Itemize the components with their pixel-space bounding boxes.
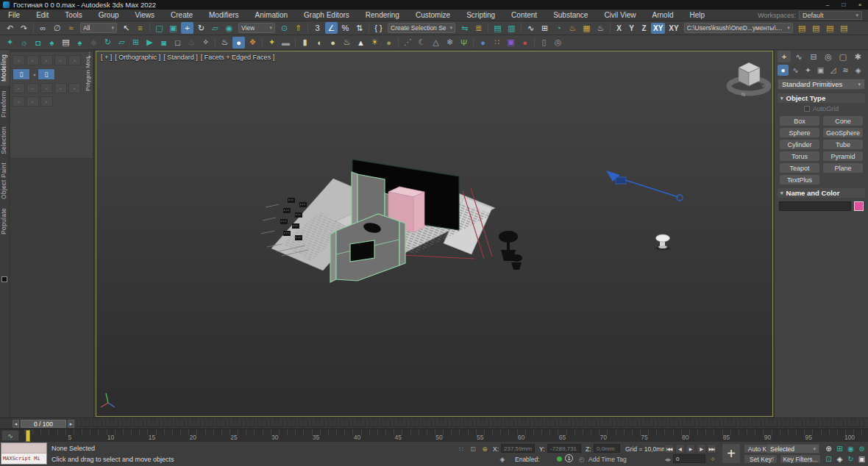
menu-tools[interactable]: Tools bbox=[57, 10, 90, 21]
tree-icon[interactable]: ♠ bbox=[74, 37, 86, 49]
undo-icon[interactable]: ↶ bbox=[4, 22, 16, 34]
select-and-rotate-icon[interactable]: ↻ bbox=[195, 22, 207, 34]
mountain-icon[interactable]: △ bbox=[430, 37, 442, 49]
ribbon-toggle-button[interactable]: ▯ bbox=[38, 68, 55, 80]
percent-snap-toggle-icon[interactable]: % bbox=[339, 22, 352, 34]
redo-icon[interactable]: ↷ bbox=[18, 22, 30, 34]
render-setup-icon[interactable]: ♨ bbox=[566, 22, 579, 34]
y-coordinate-field[interactable]: -7289,731 bbox=[547, 444, 581, 453]
object-name-field[interactable] bbox=[779, 201, 851, 211]
scene-explorer-save-icon[interactable]: ▤ bbox=[824, 22, 836, 34]
maxscript-script-row[interactable]: MAXScript Mi bbox=[1, 454, 46, 464]
bulb-icon[interactable]: ✧ bbox=[199, 37, 212, 49]
page-icon[interactable]: ▱ bbox=[115, 37, 128, 49]
axis-xy-flyout-button[interactable]: XY bbox=[666, 23, 680, 34]
pan-icon[interactable]: ◈ bbox=[835, 454, 844, 464]
teapot-white-icon[interactable]: ♨ bbox=[218, 37, 231, 49]
teapot-wire-icon[interactable]: ♨ bbox=[185, 37, 198, 49]
cone-primitive-icon[interactable]: ▲ bbox=[355, 37, 367, 49]
panel-tab-create[interactable]: + bbox=[778, 51, 791, 62]
edit-named-selection-sets-icon[interactable]: { } bbox=[372, 22, 385, 34]
animation-layers-icon[interactable]: ◈ bbox=[497, 454, 508, 464]
select-object-icon[interactable]: ↖ bbox=[120, 22, 132, 34]
ribbon-marker-icon[interactable] bbox=[1, 276, 7, 282]
menu-arnold[interactable]: Arnold bbox=[644, 10, 682, 21]
spinner-snap-toggle-icon[interactable]: ⇅ bbox=[353, 22, 366, 34]
menu-scripting[interactable]: Scripting bbox=[458, 10, 503, 21]
menu-file[interactable]: File bbox=[0, 10, 28, 21]
named-selection-sets-dropdown[interactable]: Create Selection Se▾ bbox=[388, 23, 455, 33]
ribbon-tab-freeform[interactable]: Freeform bbox=[0, 86, 10, 122]
ribbon-tab-modeling[interactable]: Modeling bbox=[0, 50, 10, 86]
viewport-menu-style[interactable]: [ Standard ] bbox=[163, 54, 198, 61]
zoom-extents-icon[interactable]: ◉ bbox=[846, 444, 855, 454]
textplus-button[interactable]: TextPlus bbox=[780, 175, 819, 184]
category-space-warps[interactable]: ≋ bbox=[840, 65, 851, 76]
absolute-mode-icon[interactable]: ⊕ bbox=[480, 444, 490, 454]
schematic-view-icon[interactable]: ⊞ bbox=[538, 22, 551, 34]
menu-modifiers[interactable]: Modifiers bbox=[201, 10, 247, 21]
next-frame-arrow[interactable]: ► bbox=[68, 420, 74, 428]
panel-tab-utilities[interactable]: ✱ bbox=[851, 51, 864, 62]
menu-edit[interactable]: Edit bbox=[28, 10, 57, 21]
previous-frame-arrow[interactable]: ◄ bbox=[13, 420, 19, 428]
menu-rendering[interactable]: Rendering bbox=[357, 10, 408, 21]
turnaround-icon[interactable]: ↻ bbox=[102, 37, 114, 49]
arnold-sphere-icon[interactable]: ● bbox=[232, 37, 245, 49]
clock-icon[interactable]: ◴ bbox=[577, 454, 587, 464]
viewport-menu-shading[interactable]: [ Facets + Edged Faces ] bbox=[201, 54, 274, 61]
trees-icon[interactable]: ♠ bbox=[46, 37, 58, 49]
cone-button[interactable]: Cone bbox=[823, 116, 863, 126]
viewport-menu-pov[interactable]: [ Orthographic ] bbox=[115, 54, 160, 61]
next-frame-button[interactable]: |▶ bbox=[697, 444, 706, 454]
spinner-left-icon[interactable]: ◂▸ bbox=[664, 454, 672, 464]
menu-help[interactable]: Help bbox=[681, 10, 713, 21]
x-coordinate-field[interactable]: 237,59mm bbox=[501, 444, 535, 453]
object-color-swatch[interactable] bbox=[854, 201, 864, 211]
olive-sphere-icon[interactable]: ● bbox=[383, 37, 395, 49]
torus-button[interactable]: Torus bbox=[780, 151, 819, 161]
film-camera-icon[interactable]: ◙ bbox=[157, 37, 170, 49]
bind-to-space-warp-icon[interactable]: ≈ bbox=[65, 22, 77, 34]
previous-frame-button[interactable]: ◀| bbox=[675, 444, 685, 454]
rendered-frame-window-icon[interactable]: ▦ bbox=[580, 22, 593, 34]
play-box-icon[interactable]: ▶ bbox=[143, 37, 156, 49]
time-slider[interactable]: 0 / 100 bbox=[21, 420, 66, 428]
z-coordinate-field[interactable]: 0,0mm bbox=[594, 444, 620, 453]
unlink-selection-icon[interactable]: ∅ bbox=[51, 22, 63, 34]
menu-views[interactable]: Views bbox=[127, 10, 163, 21]
track-bar[interactable]: ∿ 51015202530354045505560657075808590951… bbox=[0, 429, 868, 442]
category-systems[interactable]: ◈ bbox=[853, 65, 864, 76]
menu-animation[interactable]: Animation bbox=[247, 10, 296, 21]
align-icon[interactable]: ≣ bbox=[472, 22, 485, 34]
viewport[interactable]: N W [ + ] [ Orthographic ] [ Standard ] … bbox=[96, 51, 773, 417]
scene-explorer-open-icon[interactable]: ▤ bbox=[810, 22, 822, 34]
go-to-end-button[interactable]: ▶▶| bbox=[707, 444, 716, 454]
name-color-rollout[interactable]: ▾ Name and Color bbox=[778, 188, 865, 198]
rectangular-selection-region-icon[interactable]: ▢ bbox=[153, 22, 166, 34]
viewport-menu-general[interactable]: [ + ] bbox=[101, 54, 112, 61]
maxscript-macro-row[interactable] bbox=[1, 443, 46, 454]
set-keys-button[interactable]: + bbox=[722, 443, 741, 464]
category-lights[interactable]: ✦ bbox=[803, 65, 814, 76]
geosphere-button[interactable]: GeoSphere bbox=[823, 128, 863, 137]
maximize-button[interactable]: □ bbox=[836, 0, 852, 10]
point-light-icon[interactable]: ✦ bbox=[4, 37, 16, 49]
sphere-button[interactable]: Sphere bbox=[780, 128, 819, 137]
tape-measure-helper[interactable] bbox=[606, 171, 683, 201]
orbit-icon[interactable]: ↻ bbox=[846, 454, 855, 464]
plant-objects[interactable] bbox=[499, 231, 522, 270]
color-dots-icon[interactable]: ∷ bbox=[491, 37, 503, 49]
sun-icon[interactable]: ☀ bbox=[369, 37, 381, 49]
minimize-button[interactable]: – bbox=[819, 0, 836, 10]
play-button[interactable]: ▶ bbox=[686, 444, 695, 454]
menu-customize[interactable]: Customize bbox=[408, 10, 458, 21]
ribbon-toggle-button[interactable]: ▯ bbox=[13, 68, 30, 80]
window-crossing-toggle-icon[interactable]: ▣ bbox=[167, 22, 179, 34]
category-helpers[interactable]: ◿ bbox=[828, 65, 839, 76]
scene-explorer-manage-icon[interactable]: ▤ bbox=[838, 22, 850, 34]
panel-tab-motion[interactable]: ◎ bbox=[822, 51, 835, 62]
menu-create[interactable]: Create bbox=[163, 10, 201, 21]
book-icon[interactable]: ▤ bbox=[60, 37, 72, 49]
project-folder-field[interactable]: C:\Users\ksush\OneD...ументы\3ds Max 202… bbox=[684, 23, 793, 33]
